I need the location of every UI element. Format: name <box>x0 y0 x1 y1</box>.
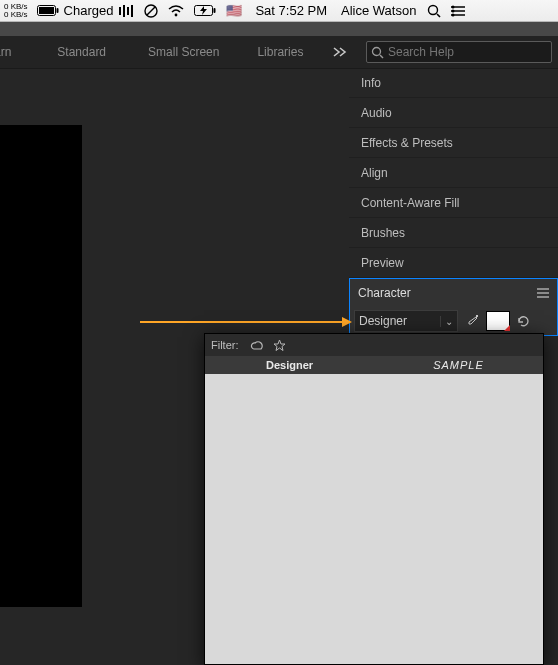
font-list-sample-header: SAMPLE <box>374 359 543 371</box>
fill-color-swatch[interactable] <box>486 311 510 331</box>
tab-libraries[interactable]: Libraries <box>245 36 315 68</box>
svg-point-18 <box>452 9 455 12</box>
reset-color-icon[interactable] <box>514 311 532 331</box>
svg-rect-1 <box>39 7 54 14</box>
power-icon[interactable] <box>194 5 216 16</box>
panel-menu-icon[interactable] <box>537 288 549 298</box>
panel-effects-presets[interactable]: Effects & Presets <box>349 128 558 158</box>
svg-line-21 <box>380 55 383 58</box>
user-name[interactable]: Alice Watson <box>341 3 416 18</box>
filter-favorites-icon[interactable] <box>273 339 286 352</box>
panel-audio[interactable]: Audio <box>349 98 558 128</box>
panel-info[interactable]: Info <box>349 68 558 98</box>
character-panel-title[interactable]: Character <box>358 286 537 300</box>
svg-rect-5 <box>127 7 129 15</box>
font-dropdown-popup: Filter: Designer SAMPLE <box>204 333 544 665</box>
font-family-value: Designer <box>359 314 407 328</box>
filter-label: Filter: <box>211 339 239 351</box>
font-family-dropdown[interactable]: Designer ⌄ <box>354 310 458 332</box>
svg-rect-4 <box>123 5 125 17</box>
panel-align[interactable]: Align <box>349 158 558 188</box>
panel-character: Character Designer ⌄ <box>349 278 558 336</box>
workspace-tab-bar: arn Standard Small Screen Libraries <box>0 36 558 69</box>
font-list-name-header: Designer <box>205 359 374 371</box>
panel-preview[interactable]: Preview <box>349 248 558 278</box>
do-not-disturb-icon[interactable] <box>144 4 158 18</box>
tabs-overflow-icon[interactable] <box>333 47 347 57</box>
search-icon <box>371 46 384 59</box>
network-speed-indicator: 0 KB/s 0 KB/s <box>4 3 28 19</box>
panel-content-aware-fill[interactable]: Content-Aware Fill <box>349 188 558 218</box>
svg-point-12 <box>429 5 438 14</box>
svg-line-8 <box>147 7 155 15</box>
svg-rect-3 <box>119 7 121 15</box>
wifi-icon[interactable] <box>168 5 184 17</box>
svg-line-13 <box>437 14 440 17</box>
app-titlebar <box>0 22 558 37</box>
spotlight-icon[interactable] <box>427 4 441 18</box>
font-list-area[interactable] <box>205 374 543 664</box>
filter-creative-cloud-icon[interactable] <box>249 340 265 351</box>
svg-rect-2 <box>56 8 58 13</box>
audio-levels-icon[interactable] <box>118 5 134 17</box>
eyedropper-icon[interactable] <box>462 311 482 331</box>
macos-menubar: 0 KB/s 0 KB/s Charged 🇺🇸 Sat 7:52 PM Ali… <box>0 0 558 22</box>
annotation-arrow <box>140 321 344 323</box>
chevron-down-icon: ⌄ <box>440 316 453 327</box>
notification-center-icon[interactable] <box>451 5 465 17</box>
svg-point-17 <box>452 5 455 8</box>
svg-point-9 <box>175 13 178 16</box>
tab-standard[interactable]: Standard <box>45 36 118 68</box>
flag-icon[interactable]: 🇺🇸 <box>226 3 242 18</box>
svg-point-19 <box>452 13 455 16</box>
clock-text[interactable]: Sat 7:52 PM <box>255 3 327 18</box>
help-search-input[interactable] <box>384 44 547 60</box>
right-panel-stack: Info Audio Effects & Presets Align Conte… <box>349 68 558 336</box>
tab-small-screen[interactable]: Small Screen <box>136 36 231 68</box>
tab-learn[interactable]: arn <box>0 36 23 68</box>
svg-point-20 <box>373 47 381 55</box>
svg-rect-6 <box>131 5 133 17</box>
svg-rect-25 <box>476 315 478 317</box>
svg-rect-11 <box>214 8 216 13</box>
battery-icon[interactable] <box>37 5 59 16</box>
panel-brushes[interactable]: Brushes <box>349 218 558 248</box>
help-search-box[interactable] <box>366 41 552 63</box>
battery-status-text: Charged <box>64 3 114 18</box>
composition-preview <box>0 125 82 607</box>
